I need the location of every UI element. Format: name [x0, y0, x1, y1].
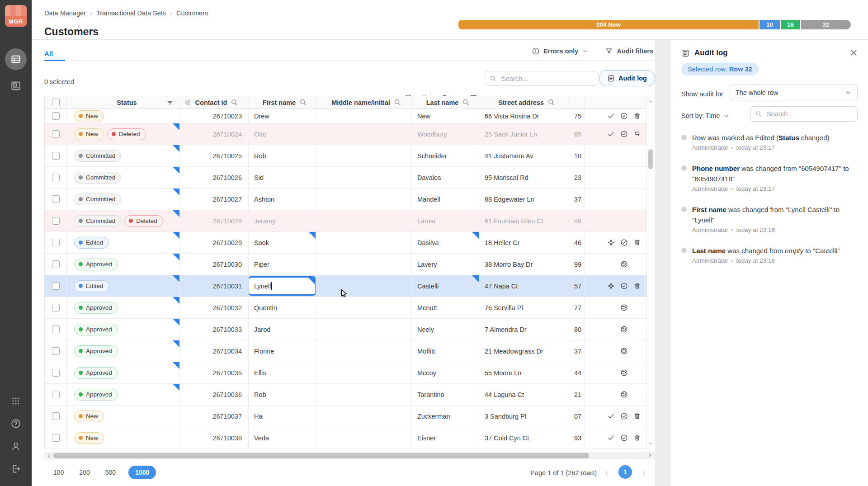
breadcrumb-item[interactable]: Data Manager [44, 9, 86, 17]
zip-cell[interactable]: 10 [569, 145, 585, 166]
street-address-cell[interactable]: 88 Edgewater Ln [479, 189, 569, 210]
scroll-left-icon[interactable] [46, 453, 52, 458]
column-header-status[interactable]: Status [67, 96, 180, 109]
circle-check-action-icon[interactable] [620, 239, 628, 246]
zip-cell[interactable]: 46 [569, 232, 585, 253]
status-cell[interactable]: NewDeleted [67, 123, 180, 145]
trash-action-icon[interactable] [633, 239, 641, 246]
table-row[interactable]: CommittedDeleted26710028JeramyLamar61 Fo… [45, 210, 646, 232]
row-checkbox-cell[interactable] [45, 427, 67, 448]
breadcrumb-item[interactable]: Transactional Data Sets [96, 9, 166, 17]
status-cell[interactable]: Approved [67, 319, 180, 340]
row-checkbox[interactable] [52, 326, 60, 333]
zip-cell[interactable]: 80 [569, 319, 585, 340]
zip-cell[interactable]: 77 [569, 297, 585, 318]
sidebar-item-datasets[interactable] [10, 80, 22, 92]
return-action-icon[interactable] [633, 130, 641, 138]
status-cell[interactable]: Edited [67, 275, 180, 297]
table-row[interactable]: Edited26710031LynellCastelli47 Napa Ct57 [45, 275, 646, 297]
table-row[interactable]: Approved26710030PiperLavery38 Morro Bay … [45, 254, 646, 275]
zip-cell[interactable]: 75 [569, 109, 585, 123]
search-icon[interactable] [299, 99, 307, 106]
contact-id-cell[interactable]: 26710029 [180, 232, 249, 253]
first-name-cell[interactable]: Quentin [249, 297, 316, 318]
street-address-cell[interactable]: 38 Morro Bay Dr [479, 254, 569, 275]
page-size-option-500[interactable]: 500 [103, 466, 118, 479]
street-address-cell[interactable]: 21 Meadowgrass Dr [479, 340, 569, 362]
first-name-cell[interactable]: Ashton [249, 189, 316, 210]
last-name-cell[interactable]: Eisner [412, 427, 479, 448]
table-row[interactable]: New26710023DrewNew66 Vista Rosina Dr75 [45, 109, 646, 123]
table-row[interactable]: Approved26710034FlorineMoffitt21 Meadowg… [45, 340, 646, 362]
last-name-cell[interactable]: Mccoy [412, 362, 479, 383]
middle-name-cell[interactable] [316, 254, 412, 275]
column-header-first_name[interactable]: First name [249, 96, 316, 109]
check-action-icon[interactable] [607, 412, 615, 420]
first-name-cell[interactable]: Rob [249, 145, 316, 166]
check-action-icon[interactable] [607, 130, 615, 138]
last-name-cell[interactable]: Zuckerman [412, 406, 479, 427]
first-name-cell[interactable]: Rob [249, 384, 316, 405]
zip-cell[interactable]: 89 [569, 210, 585, 231]
contact-id-cell[interactable]: 26710034 [180, 340, 249, 362]
last-name-cell[interactable]: Mcnutt [412, 297, 479, 318]
street-address-cell[interactable]: 76 Servilla Pl [479, 297, 569, 318]
row-checkbox-cell[interactable] [45, 123, 67, 145]
street-address-cell[interactable]: 55 Moore Ln [479, 362, 569, 383]
zip-cell[interactable]: 07 [569, 406, 585, 427]
contact-id-cell[interactable]: 26710025 [180, 145, 249, 166]
last-name-cell[interactable]: New [412, 109, 479, 123]
row-checkbox[interactable] [52, 174, 60, 181]
street-address-cell[interactable]: 3 Sandburg Pl [479, 406, 569, 427]
zip-cell[interactable]: 57 [569, 275, 585, 297]
middle-name-cell[interactable] [316, 297, 412, 318]
zip-cell[interactable]: 21 [569, 384, 585, 405]
status-cell[interactable]: Committed [67, 167, 180, 188]
contact-id-cell[interactable]: 26710024 [180, 123, 249, 145]
scroll-down-icon[interactable] [648, 441, 653, 446]
trash-action-icon[interactable] [633, 282, 641, 290]
table-row[interactable]: Approved26710032QuentinMcnutt76 Servilla… [45, 297, 646, 319]
middle-name-cell[interactable] [316, 210, 412, 231]
first-name-cell[interactable]: Lynell [249, 275, 316, 297]
street-address-cell[interactable]: 25 Sack Junior Ln [479, 123, 569, 145]
street-address-cell[interactable]: 61 Fountain Glen Ct [479, 210, 569, 231]
row-checkbox[interactable] [52, 217, 60, 225]
contact-id-cell[interactable]: 26710023 [180, 109, 249, 123]
last-name-cell[interactable]: Dasilva [412, 232, 479, 253]
status-cell[interactable]: New [67, 427, 180, 448]
middle-name-cell[interactable] [316, 189, 412, 210]
contact-id-cell[interactable]: 26710027 [180, 189, 249, 210]
last-name-cell[interactable]: Davalos [412, 167, 479, 188]
middle-name-cell[interactable] [316, 123, 412, 145]
sort-by-dropdown[interactable]: Sort by: Time [681, 112, 730, 119]
street-address-cell[interactable]: 41 Justamere Av [479, 145, 569, 166]
audit-search-input[interactable] [766, 110, 852, 118]
contact-id-cell[interactable]: 26710031 [180, 275, 249, 297]
row-checkbox-cell[interactable] [45, 210, 67, 231]
row-checkbox-cell[interactable] [45, 384, 67, 405]
select-all-checkbox[interactable] [52, 99, 60, 106]
circle-check-action-icon[interactable] [620, 112, 628, 120]
errors-only-toggle[interactable]: Errors only [532, 47, 589, 55]
row-checkbox[interactable] [52, 130, 60, 138]
row-checkbox-cell[interactable] [45, 189, 67, 210]
last-name-cell[interactable]: Castelli [412, 275, 479, 297]
filter-lines-icon[interactable] [166, 99, 174, 107]
street-address-cell[interactable]: 47 Napa Ct [479, 275, 569, 297]
table-row[interactable]: Approved26710036RobTarantino44 Laguna Ct… [45, 384, 646, 406]
contact-id-cell[interactable]: 26710028 [180, 210, 249, 231]
middle-name-cell[interactable] [316, 232, 412, 253]
page-size-option-200[interactable]: 200 [76, 466, 92, 479]
row-checkbox-cell[interactable] [45, 275, 67, 297]
first-name-cell[interactable]: Jarod [249, 319, 316, 340]
contact-id-cell[interactable]: 26710037 [180, 406, 249, 427]
first-name-cell[interactable]: Jeramy [249, 210, 316, 231]
audit-search[interactable] [750, 106, 858, 122]
search-icon[interactable] [394, 99, 401, 106]
middle-name-cell[interactable] [316, 275, 412, 297]
last-name-cell[interactable]: Neely [412, 319, 479, 340]
table-search-input[interactable] [500, 75, 593, 83]
circle-restore-action-icon[interactable] [620, 391, 628, 398]
current-page-button[interactable]: 1 [618, 465, 632, 479]
